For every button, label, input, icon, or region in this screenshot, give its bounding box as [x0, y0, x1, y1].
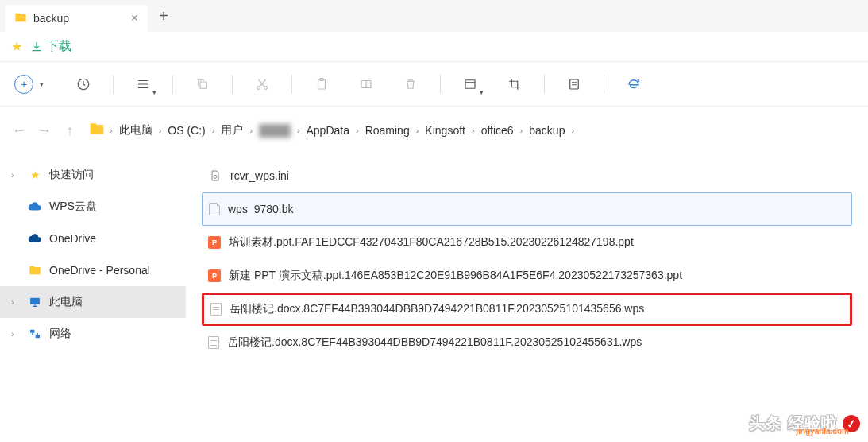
- chevron-right-icon: ›: [11, 329, 21, 339]
- window-button[interactable]: ▾: [455, 69, 485, 99]
- monitor-icon: [27, 296, 43, 308]
- rename-button[interactable]: [351, 69, 381, 99]
- svg-rect-10: [30, 330, 34, 333]
- network-icon: [27, 328, 43, 340]
- separator: [604, 75, 604, 94]
- svg-rect-7: [465, 79, 475, 88]
- sidebar-item-onedrive[interactable]: OneDrive: [0, 223, 186, 254]
- sidebar-item-label: OneDrive: [49, 232, 96, 245]
- bk-file-icon: [209, 203, 220, 215]
- svg-rect-8: [570, 79, 579, 89]
- delete-button[interactable]: [395, 69, 426, 99]
- new-button[interactable]: +▾: [14, 75, 33, 94]
- tab-title: backup: [33, 12, 69, 25]
- star-icon: ★: [27, 169, 43, 181]
- nav-back[interactable]: ←: [11, 122, 27, 139]
- copy-button[interactable]: [187, 69, 218, 99]
- crumb-office6[interactable]: office6: [480, 122, 515, 138]
- sidebar: › ★ 快速访问 WPS云盘 OneDrive OneDrive - Perso…: [0, 154, 186, 442]
- chevron-right-icon: ›: [297, 126, 300, 135]
- main-area: › ★ 快速访问 WPS云盘 OneDrive OneDrive - Perso…: [0, 154, 868, 442]
- chevron-right-icon: ›: [110, 126, 113, 135]
- nav-up[interactable]: ↑: [62, 122, 78, 139]
- svg-point-3: [264, 86, 268, 89]
- chevron-right-icon: ›: [159, 126, 162, 135]
- crumb-kingsoft[interactable]: Kingsoft: [423, 122, 467, 138]
- file-name: rcvr_wps.ini: [230, 169, 289, 182]
- folder-icon: [14, 11, 27, 26]
- crumb-os[interactable]: OS (C:): [166, 122, 206, 138]
- tab-backup[interactable]: backup ×: [5, 5, 148, 32]
- crumb-appdata[interactable]: AppData: [305, 122, 351, 138]
- chevron-right-icon: ›: [11, 297, 21, 307]
- separator: [113, 75, 114, 94]
- file-name: 岳阳楼记.docx.8C7EF44B393044DBB9D7494221B081…: [227, 335, 642, 350]
- separator: [172, 75, 173, 94]
- watermark: 头条 经验啦 ✓ jingyanla.com: [749, 413, 860, 434]
- chevron-right-icon: ›: [571, 126, 574, 135]
- svg-point-12: [214, 175, 217, 178]
- crumb-backup[interactable]: backup: [527, 122, 566, 138]
- separator: [544, 75, 545, 94]
- separator: [232, 75, 233, 94]
- ini-file-icon: [208, 169, 222, 183]
- cut-button[interactable]: [247, 69, 277, 99]
- watermark-sub: jingyanla.com: [796, 427, 849, 436]
- sidebar-item-network[interactable]: › 网络: [0, 318, 186, 350]
- svg-rect-1: [200, 82, 206, 88]
- close-icon[interactable]: ×: [131, 11, 138, 25]
- file-row[interactable]: rcvr_wps.ini: [202, 159, 852, 192]
- sidebar-item-quickaccess[interactable]: › ★ 快速访问: [0, 159, 186, 191]
- doc-file-icon: [210, 303, 222, 316]
- properties-button[interactable]: [559, 69, 589, 99]
- download-bookmark[interactable]: 下载: [30, 38, 71, 55]
- crumb-username[interactable]: ████: [257, 122, 292, 138]
- view-button[interactable]: ▾: [128, 69, 158, 99]
- file-row[interactable]: P 新建 PPT 演示文稿.ppt.146EA853B12C20E91B996B…: [202, 259, 852, 293]
- file-name: 岳阳楼记.docx.8C7EF44B393044DBB9D7494221B081…: [230, 302, 644, 316]
- chevron-right-icon: ›: [11, 170, 21, 180]
- file-row[interactable]: 岳阳楼记.docx.8C7EF44B393044DBB9D7494221B081…: [202, 326, 852, 359]
- cloud-icon: [27, 231, 43, 246]
- sidebar-item-wpscloud[interactable]: WPS云盘: [0, 191, 186, 223]
- chevron-right-icon: ›: [356, 126, 359, 135]
- separator: [291, 75, 292, 94]
- svg-rect-11: [36, 335, 40, 338]
- nav-row: ← → ↑ › 此电脑 › OS (C:) › 用户 › ████ › AppD…: [0, 107, 868, 154]
- new-tab-button[interactable]: +: [151, 3, 176, 29]
- sidebar-item-onedrive-personal[interactable]: OneDrive - Personal: [0, 254, 186, 286]
- crumb-thispc[interactable]: 此电脑: [118, 122, 154, 139]
- sidebar-item-label: OneDrive - Personal: [49, 264, 150, 277]
- file-name: wps_9780.bk: [228, 203, 294, 215]
- history-button[interactable]: [68, 69, 98, 99]
- ppt-file-icon: P: [208, 236, 221, 249]
- ppt-file-icon: P: [208, 269, 221, 282]
- toolbar: +▾ ▾ ▾: [0, 62, 868, 107]
- separator: [440, 75, 441, 94]
- chevron-right-icon: ›: [212, 126, 215, 135]
- folder-icon: [89, 121, 105, 141]
- chevron-right-icon: ›: [416, 126, 419, 135]
- chevron-right-icon: ›: [472, 126, 475, 135]
- download-label: 下载: [46, 38, 71, 55]
- crumb-users[interactable]: 用户: [219, 122, 245, 139]
- paste-button[interactable]: [307, 69, 337, 99]
- file-row[interactable]: wps_9780.bk: [202, 192, 852, 226]
- file-row-highlighted[interactable]: 岳阳楼记.docx.8C7EF44B393044DBB9D7494221B081…: [202, 293, 852, 326]
- breadcrumb[interactable]: › 此电脑 › OS (C:) › 用户 › ████ › AppData › …: [89, 121, 857, 141]
- doc-file-icon: [208, 336, 219, 349]
- file-name: 新建 PPT 演示文稿.ppt.146EA853B12C20E91B996B84…: [229, 269, 682, 283]
- bookmark-bar: ★ 下载: [0, 32, 868, 62]
- crumb-roaming[interactable]: Roaming: [364, 122, 411, 138]
- ie-button[interactable]: [619, 69, 649, 99]
- file-row[interactable]: P 培训素材.ppt.FAF1EDCCF43270431F80CA216728B…: [202, 226, 852, 259]
- nav-forward[interactable]: →: [37, 122, 52, 139]
- sidebar-item-thispc[interactable]: › 此电脑: [0, 286, 186, 318]
- star-icon[interactable]: ★: [11, 39, 22, 54]
- sidebar-item-label: 此电脑: [49, 295, 83, 309]
- crop-button[interactable]: [500, 69, 530, 99]
- chevron-right-icon: ›: [520, 126, 523, 135]
- file-list: rcvr_wps.ini wps_9780.bk P 培训素材.ppt.FAF1…: [186, 154, 868, 442]
- svg-point-2: [257, 86, 260, 89]
- sidebar-item-label: 网络: [49, 327, 71, 341]
